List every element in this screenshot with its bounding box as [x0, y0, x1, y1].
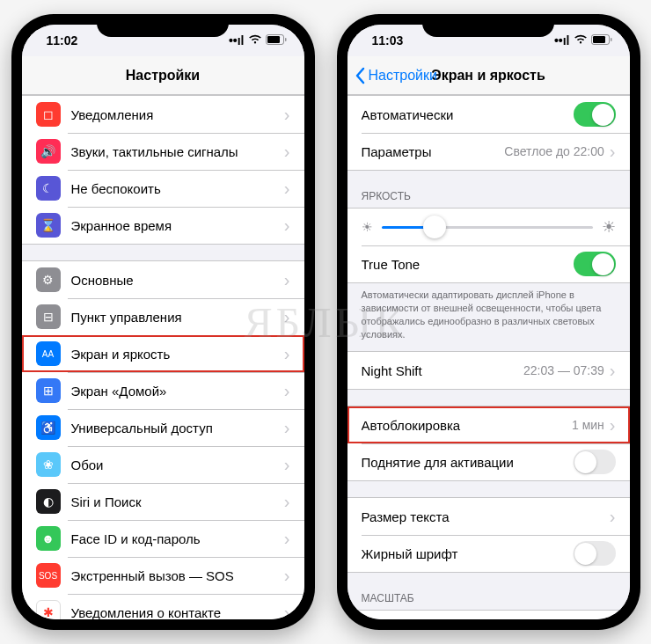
chevron-right-icon: ›: [610, 416, 616, 434]
status-time: 11:02: [47, 33, 78, 48]
row-label: Экранное время: [71, 218, 284, 233]
row-label: Не беспокоить: [71, 181, 284, 196]
row-label: Автоматически: [362, 107, 574, 122]
chevron-right-icon: ›: [284, 419, 290, 436]
slider-thumb[interactable]: [423, 216, 446, 238]
settings-row[interactable]: SOSЭкстренный вызов — SOS›: [22, 557, 304, 594]
home-indicator: [435, 621, 541, 625]
row-label: Автоблокировка: [362, 418, 572, 433]
display-settings-list[interactable]: Автоматически Параметры Светлое до 22:00…: [347, 95, 630, 619]
settings-row[interactable]: ♿Универсальный доступ›: [22, 409, 304, 446]
brightness-slider[interactable]: [382, 226, 593, 229]
phone-frame-left: 11:02 ••ıl Настройки ◻Уведомления›🔊Звуки…: [11, 14, 315, 630]
nav-title: Экран и яркость: [431, 68, 545, 84]
auto-lock-row[interactable]: Автоблокировка 1 мин ›: [347, 406, 630, 443]
nav-bar: Настройки Экран и яркость: [347, 56, 630, 95]
view-row[interactable]: Вид Стандартный ›: [347, 611, 630, 619]
row-label: Экран «Домой»: [71, 384, 284, 399]
screen-right: 11:03 ••ıl Настройки Экран и яркость: [347, 25, 630, 619]
row-icon: ☻: [36, 526, 61, 551]
raise-to-wake-toggle[interactable]: [574, 450, 616, 474]
sun-small-icon: ☀︎: [362, 220, 373, 234]
status-time: 11:03: [372, 33, 404, 48]
bold-text-row[interactable]: Жирный шрифт: [347, 535, 630, 572]
true-tone-footer: Автоматически адаптировать дисплей iPhon…: [347, 283, 630, 344]
row-detail: 1 мин: [572, 418, 604, 432]
brightness-header: ЯРКОСТЬ: [347, 187, 630, 208]
row-label: Обои: [71, 457, 284, 472]
screen-left: 11:02 ••ıl Настройки ◻Уведомления›🔊Звуки…: [22, 25, 304, 619]
row-icon: ♿: [36, 415, 61, 440]
raise-to-wake-row[interactable]: Поднятие для активации: [347, 443, 630, 480]
svg-rect-4: [611, 38, 612, 41]
settings-row[interactable]: ◐Siri и Поиск›: [22, 483, 304, 520]
scale-header: МАСШТАБ: [347, 589, 630, 610]
notch: [97, 14, 229, 37]
parameters-row[interactable]: Параметры Светлое до 22:00 ›: [347, 133, 630, 170]
row-label: Пункт управления: [71, 310, 284, 325]
row-label: Параметры: [362, 144, 505, 159]
row-label: Основные: [71, 273, 284, 288]
settings-row[interactable]: ⌛Экранное время›: [22, 207, 304, 244]
settings-row[interactable]: ☾Не беспокоить›: [22, 170, 304, 207]
bold-text-toggle[interactable]: [574, 541, 616, 566]
chevron-right-icon: ›: [284, 567, 290, 584]
row-label: Жирный шрифт: [362, 546, 574, 561]
settings-row[interactable]: ⊞Экран «Домой»›: [22, 372, 304, 409]
settings-row[interactable]: ⚙Основные›: [22, 261, 304, 298]
row-label: Уведомления: [71, 107, 284, 122]
true-tone-row[interactable]: True Tone: [347, 245, 630, 282]
settings-row[interactable]: ✱Уведомления о контакте›: [22, 594, 304, 619]
row-label: Siri и Поиск: [71, 494, 284, 509]
text-size-row[interactable]: Размер текста ›: [347, 498, 630, 535]
row-label: Night Shift: [362, 363, 523, 378]
sun-large-icon: ☀︎: [602, 217, 616, 237]
wifi-icon: [248, 33, 262, 48]
row-label: Звуки, тактильные сигналы: [71, 144, 284, 159]
row-label: Универсальный доступ: [71, 421, 284, 435]
row-icon: ✱: [36, 600, 61, 619]
row-detail: 22:03 — 07:39: [523, 363, 604, 377]
chevron-right-icon: ›: [284, 308, 290, 326]
notch: [422, 14, 554, 37]
chevron-right-icon: ›: [284, 604, 290, 619]
settings-row[interactable]: AAЭкран и яркость›: [22, 335, 304, 372]
row-icon: ⊞: [36, 378, 61, 403]
svg-rect-2: [267, 36, 280, 43]
settings-row[interactable]: ◻Уведомления›: [22, 96, 304, 133]
battery-icon: [266, 33, 287, 48]
chevron-right-icon: ›: [284, 106, 290, 123]
settings-row[interactable]: ☻Face ID и код-пароль›: [22, 520, 304, 557]
svg-rect-5: [593, 36, 605, 43]
row-icon: SOS: [36, 563, 61, 588]
night-shift-row[interactable]: Night Shift 22:03 — 07:39 ›: [347, 352, 630, 389]
row-icon: AA: [36, 341, 61, 366]
automatic-row[interactable]: Автоматически: [347, 96, 630, 133]
chevron-right-icon: ›: [610, 143, 616, 160]
chevron-right-icon: ›: [610, 362, 616, 379]
row-icon: 🔊: [36, 139, 61, 164]
chevron-right-icon: ›: [284, 456, 290, 473]
brightness-slider-row[interactable]: ☀︎ ☀︎: [347, 209, 630, 245]
row-label: Уведомления о контакте: [71, 605, 284, 620]
row-icon: ⌛: [36, 213, 61, 238]
signal-icon: ••ıl: [554, 33, 570, 48]
svg-rect-1: [285, 38, 287, 41]
nav-back-button[interactable]: Настройки: [355, 67, 437, 84]
row-label: True Tone: [362, 257, 574, 272]
row-icon: ⚙: [36, 267, 61, 292]
automatic-toggle[interactable]: [574, 102, 616, 127]
true-tone-toggle[interactable]: [574, 252, 616, 276]
chevron-right-icon: ›: [284, 345, 290, 362]
wifi-icon: [574, 33, 588, 48]
settings-row[interactable]: ❀Обои›: [22, 446, 304, 483]
chevron-right-icon: ›: [284, 382, 290, 399]
chevron-right-icon: ›: [284, 530, 290, 547]
settings-list[interactable]: ◻Уведомления›🔊Звуки, тактильные сигналы›…: [22, 95, 304, 619]
chevron-right-icon: ›: [284, 179, 290, 197]
chevron-right-icon: ›: [284, 493, 290, 510]
settings-row[interactable]: ⊟Пункт управления›: [22, 298, 304, 335]
row-detail: Светлое до 22:00: [504, 144, 603, 158]
row-label: Экран и яркость: [71, 347, 284, 362]
settings-row[interactable]: 🔊Звуки, тактильные сигналы›: [22, 133, 304, 170]
